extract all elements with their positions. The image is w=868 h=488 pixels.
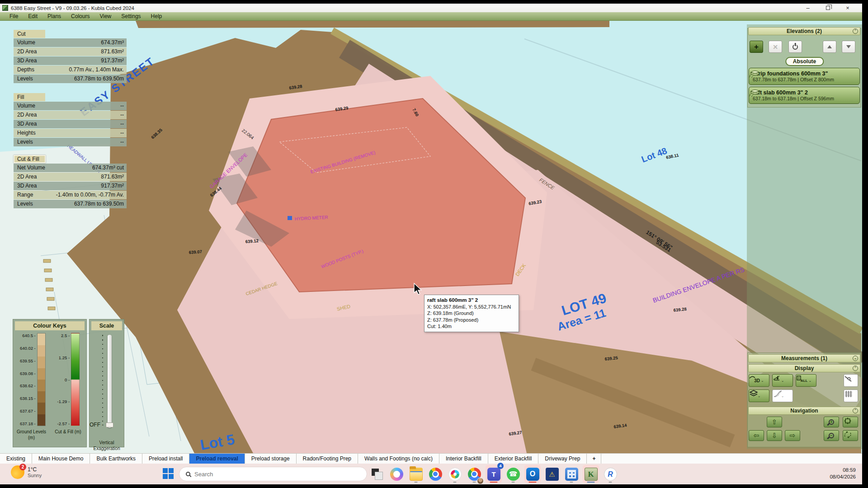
zoom-extents-button[interactable]	[843, 417, 858, 427]
scale-caption: Vertical Exaggeration	[90, 440, 124, 451]
tab-interior-backfill[interactable]: Interior Backfill	[439, 454, 488, 464]
stats-panel-cutfill: Cut & FillNet Volume674.37m³ cut2D Area8…	[14, 155, 127, 209]
close-button[interactable]: ×	[838, 4, 858, 12]
ground-band	[38, 345, 45, 357]
ground-band	[38, 357, 45, 368]
collapse-chevron-icon[interactable]: ⌃	[853, 408, 858, 413]
move-down-button[interactable]	[842, 41, 855, 53]
pan-left-button[interactable]: ⇦	[749, 430, 764, 441]
view-mode-dropdown[interactable]: 3D ⌄	[749, 374, 769, 387]
menu-colours[interactable]: Colours	[66, 13, 94, 19]
tab-existing[interactable]: Existing	[0, 454, 32, 464]
display-header[interactable]: Display ⌃	[748, 364, 860, 372]
minimize-button[interactable]: –	[798, 4, 818, 12]
elevation-item[interactable]: raft slab 600mm 3" 2637.18m to 637.18m |…	[749, 87, 860, 104]
start-button[interactable]	[163, 468, 174, 479]
menu-help[interactable]: Help	[146, 13, 167, 19]
window-title: 6388 Easy Street - V9 - 09.03.26 - Kubla…	[11, 5, 134, 11]
exaggeration-slider-thumb[interactable]	[106, 422, 113, 427]
add-elevation-button[interactable]: +	[750, 41, 763, 53]
stat-label: 2D Area	[17, 111, 37, 119]
taskbar-app-chrome-profile[interactable]	[466, 465, 482, 483]
ground-level-label: 639.08	[20, 371, 36, 376]
grid-toggle-button[interactable]	[844, 389, 858, 402]
taskbar-clock[interactable]: 08:59 08/04/2026	[830, 467, 856, 480]
restore-button[interactable]	[818, 4, 838, 12]
toggle-elevation-button[interactable]	[788, 41, 802, 53]
menu-settings[interactable]: Settings	[116, 13, 146, 19]
stats-row: Range-1.40m to 0.00m, -0.77m Av.	[14, 191, 127, 199]
absolute-mode-badge[interactable]: Absolute	[785, 57, 824, 66]
tooltip-line: Z: 637.78m (Proposed)	[427, 317, 516, 324]
taskbar-app-whatsapp[interactable]: ☎	[505, 465, 521, 483]
exaggeration-slider-track[interactable]	[108, 335, 112, 428]
labels-display-dropdown[interactable]: ALL ⌄	[796, 374, 816, 387]
menu-file[interactable]: File	[5, 13, 23, 19]
collapse-chevron-icon[interactable]: ⌃	[853, 366, 858, 371]
dropdown-arrow-icon: ⌄	[781, 379, 784, 383]
stats-row: Volume674.37m³	[14, 38, 127, 47]
stat-label: Levels	[17, 75, 33, 83]
tab-preload-storage[interactable]: Preload storage	[245, 454, 297, 464]
stats-header-cut_fill[interactable]: Cut & Fill	[14, 155, 46, 163]
stats-header-cut[interactable]: Cut	[14, 30, 45, 38]
slack-icon	[448, 468, 462, 481]
pan-right-button[interactable]: ⇨	[785, 430, 800, 441]
measurements-header[interactable]: Measurements (1) ⌄	[748, 354, 860, 362]
section-display-dropdown[interactable]: ⌄	[772, 374, 793, 387]
delete-elevation-button[interactable]: ✕	[769, 41, 782, 53]
taskbar-app-copilot[interactable]	[388, 465, 405, 483]
expand-chevron-icon[interactable]: ⌄	[853, 356, 858, 361]
line-point-icon	[844, 375, 853, 383]
measure-line-button[interactable]	[844, 374, 858, 387]
orbit-button[interactable]	[843, 430, 858, 441]
cutfill-key-label: 0	[57, 377, 70, 382]
tab-exterior-backfill[interactable]: Exterior Backfill	[488, 454, 539, 464]
elevation-item[interactable]: Strip foundations 600mm 3"637.78m to 637…	[749, 68, 860, 85]
zoom-in-button[interactable]: +	[824, 417, 839, 427]
navigation-header[interactable]: Navigation ⌃	[748, 407, 860, 415]
contours-display-dropdown[interactable]: ⌄	[772, 389, 793, 402]
tab-main-house-demo[interactable]: Main House Demo	[32, 454, 90, 464]
sun-icon: 2	[11, 465, 24, 479]
tab-driveway-prep[interactable]: Driveway Prep	[538, 454, 587, 464]
collapse-chevron-icon[interactable]: ⌃	[853, 28, 858, 34]
taskbar-app-teams[interactable]: T4	[486, 465, 502, 483]
stat-label: Heights	[17, 129, 36, 137]
zoom-out-button[interactable]: −	[824, 430, 839, 441]
viewport-3d[interactable]: EASY STREETLot 48LOT 49Area = 11Lot 5FEN…	[0, 21, 862, 453]
tab-preload-removal[interactable]: Preload removal	[189, 454, 245, 464]
taskbar-app-task-view[interactable]	[369, 465, 385, 483]
taskbar-app-chrome[interactable]	[427, 465, 443, 483]
taskbar-app-drafting-app[interactable]	[544, 465, 560, 483]
tab-preload-install[interactable]: Preload install	[142, 454, 189, 464]
taskbar-app-slack[interactable]	[447, 465, 463, 483]
menu-edit[interactable]: Edit	[23, 13, 42, 19]
stat-label: Net Volume	[17, 164, 45, 172]
elevations-header[interactable]: Elevations (2) ⌃	[748, 27, 860, 35]
move-up-button[interactable]	[823, 41, 836, 53]
weather-widget[interactable]: 2 1°C Sunny	[11, 465, 42, 479]
search-input[interactable]	[194, 471, 330, 478]
stats-header-fill[interactable]: Fill	[14, 93, 45, 101]
taskbar-app-calculator[interactable]	[563, 465, 580, 483]
tab-bulk-earthworks[interactable]: Bulk Earthworks	[90, 454, 142, 464]
scene-3d-view[interactable]: EASY STREETLot 48LOT 49Area = 11Lot 5FEN…	[0, 21, 862, 453]
taskbar-app-outlook[interactable]: O	[524, 465, 541, 483]
taskbar-app-file-explorer[interactable]	[408, 465, 424, 483]
tab-walls-and-footings-no-calc-[interactable]: Walls and Footings (no calc)	[358, 454, 439, 464]
pan-down-button[interactable]: ⇩	[767, 430, 782, 441]
menu-plans[interactable]: Plans	[42, 13, 66, 19]
search-box[interactable]	[179, 467, 367, 481]
stat-value: 0.77m Av., 1.40m Max.	[69, 66, 124, 74]
menu-view[interactable]: View	[94, 13, 116, 19]
taskbar-app-kubla-cubed[interactable]: K	[583, 465, 599, 483]
pan-up-button[interactable]: ⇧	[767, 417, 782, 427]
surfaces-display-dropdown[interactable]: ⌄	[749, 389, 769, 402]
titlebar[interactable]: 6388 Easy Street - V9 - 09.03.26 - Kubla…	[0, 4, 862, 12]
taskbar-app-bluebeam-revu[interactable]: R	[602, 465, 618, 483]
search-icon	[186, 472, 190, 476]
running-app-indicator	[570, 482, 573, 483]
add-tab-button[interactable]: +	[587, 454, 601, 464]
tab-radon-footing-prep[interactable]: Radon/Footing Prep	[297, 454, 358, 464]
